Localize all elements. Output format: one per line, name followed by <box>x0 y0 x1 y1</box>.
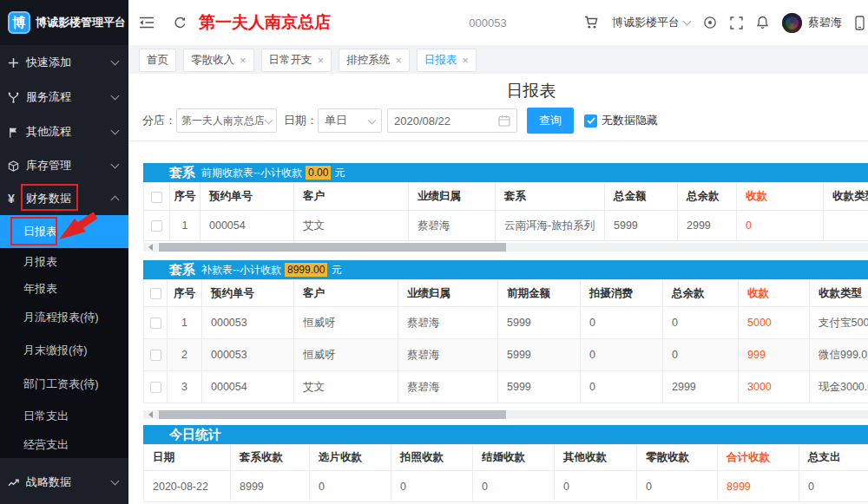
topbar: 第一夫人南京总店 000053 博诚影楼平台 <box>128 0 868 45</box>
table-cell: 0 <box>737 211 824 241</box>
branch-value: 第一夫人南京总店 <box>181 114 264 128</box>
annotation-box-daily-report <box>10 217 57 245</box>
platform-select[interactable]: 博诚影楼平台 <box>612 15 690 30</box>
tab-home[interactable]: 首页 <box>139 49 176 72</box>
hide-empty-checkbox[interactable] <box>584 115 597 128</box>
table-title-rest: 补款表--小计收款 <box>201 263 281 278</box>
select-all-checkbox[interactable] <box>151 192 162 203</box>
table-section-package-supplement: 套系补款表--小计收款8999.00元序号预约单号客户业绩归属前期金额拍摄消费总… <box>143 260 868 403</box>
sidebar-item-service-flow[interactable]: 服务流程 <box>0 80 128 115</box>
date-input[interactable]: 2020/08/22 <box>387 108 517 133</box>
table-cell: 0 <box>663 307 739 339</box>
column-header: 总支出 <box>799 445 868 471</box>
sidebar-subitem-yearly-report[interactable]: 年报表 <box>0 276 128 302</box>
column-header: 收款类型 <box>824 183 868 211</box>
select-all-checkbox[interactable] <box>150 288 161 299</box>
tab-label: 日常开支 <box>269 53 312 68</box>
table-cell: 2999 <box>663 371 739 403</box>
column-header: 收款类型 <box>810 280 868 307</box>
sidebar-subitem-label: 日常支出 <box>23 409 69 424</box>
scrollbar-thumb[interactable] <box>159 410 506 419</box>
tab-scattered-income[interactable]: 零散收入× <box>183 49 254 72</box>
chevron-up-icon <box>111 196 120 205</box>
table-cell: 0 <box>581 307 663 339</box>
app-logo: 博 博诚影楼管理平台 <box>0 0 128 45</box>
table-cell: 0 <box>391 471 473 502</box>
sidebar-subitem-label: 部门工资表(待) <box>23 376 99 392</box>
row-checkbox[interactable] <box>150 350 161 361</box>
column-header: 业绩归属 <box>409 183 496 211</box>
tab-scheduling[interactable]: 排控系统× <box>339 49 410 72</box>
sidebar-subitem-department-salary[interactable]: 部门工资表(待) <box>0 368 128 401</box>
trend-icon <box>8 477 22 488</box>
row-checkbox[interactable] <box>150 382 161 393</box>
table-row: 1000053恒威呀蔡碧海5999005000支付宝5000 <box>144 307 868 339</box>
amount-unit: 元 <box>331 263 341 278</box>
date-mode-select[interactable]: 单日 <box>318 108 382 133</box>
hide-empty-label: 无数据隐藏 <box>602 113 658 128</box>
cart-icon[interactable] <box>584 16 599 29</box>
tab-label: 排控系统 <box>346 53 390 68</box>
close-icon[interactable]: × <box>318 55 325 66</box>
close-icon[interactable]: × <box>240 55 247 66</box>
table-cell: 云南洱海-旅拍系列 <box>496 211 605 241</box>
column-header: 序号 <box>168 280 202 307</box>
horizontal-scrollbar[interactable] <box>143 410 868 419</box>
page-content: 日报表 分店： 第一夫人南京总店 日期： 单日 2020/08/22 查询 <box>128 74 868 504</box>
close-icon[interactable]: × <box>395 55 402 66</box>
user-menu[interactable]: 蔡碧海 <box>782 13 842 33</box>
tab-daily-report[interactable]: 日报表× <box>417 49 477 72</box>
sidebar-item-label: 战略数据 <box>26 475 112 490</box>
branch-label: 分店： <box>142 113 176 128</box>
fullscreen-icon[interactable] <box>730 16 743 29</box>
main-pane: 第一夫人南京总店 000053 博诚影楼平台 <box>128 0 868 504</box>
subtotal-amount: 8999.00 <box>285 263 327 277</box>
sidebar-item-other-flow[interactable]: 其他流程 <box>0 115 128 149</box>
sidebar-subitem-monthly-report[interactable]: 月报表 <box>0 248 128 276</box>
refresh-icon[interactable] <box>174 16 187 29</box>
tab-daily-expense[interactable]: 日常开支× <box>261 49 332 72</box>
sidebar-subitem-daily-expense[interactable]: 日常支出 <box>0 401 128 432</box>
sidebar-item-strategy[interactable]: 战略数据 <box>0 465 128 500</box>
table-cell: 1 <box>170 211 201 241</box>
bell-icon[interactable] <box>756 16 769 29</box>
sidebar-subitem-operating-expense[interactable]: 经营支出 <box>0 432 128 458</box>
column-header: 日期 <box>144 445 231 471</box>
search-button[interactable]: 查询 <box>527 108 574 134</box>
horizontal-scrollbar[interactable] <box>143 243 868 252</box>
table-cell: 3 <box>168 371 202 403</box>
table-cell: 5999 <box>498 339 581 371</box>
record-icon[interactable] <box>703 16 717 29</box>
topbar-actions: 博诚影楼平台 蔡碧海 <box>584 13 865 33</box>
table-cell: 2020-08-22 <box>144 471 231 502</box>
sidebar-item-inventory[interactable]: 库存管理 <box>0 149 128 182</box>
branch-select[interactable]: 第一夫人南京总店 <box>176 108 277 133</box>
scrollbar-thumb[interactable] <box>159 243 506 252</box>
table-section-package-advance: 套系前期收款表--小计收款0.00元序号预约单号客户业绩归属套系总金额总余款收款… <box>143 163 868 241</box>
column-header: 其他收款 <box>555 445 637 471</box>
column-header: 收款 <box>739 280 810 307</box>
table-cell: 1 <box>168 307 202 339</box>
scroll-left-arrow[interactable] <box>145 244 153 251</box>
amount-unit: 元 <box>334 166 345 180</box>
table-cell: 5999 <box>605 211 678 241</box>
table-title-strong: 今日统计 <box>169 427 221 443</box>
row-checkbox[interactable] <box>150 317 161 329</box>
order-number: 000053 <box>331 16 584 29</box>
table-cell: 000053 <box>202 307 294 339</box>
collapse-menu-icon[interactable] <box>139 16 155 29</box>
filter-bar: 分店： 第一夫人南京总店 日期： 单日 2020/08/22 查询 <box>142 108 868 134</box>
column-header: 套系收款 <box>231 445 310 471</box>
chevron-down-icon <box>111 57 120 66</box>
column-header: 合计收款 <box>718 445 799 471</box>
sidebar-subitem-month-end-report[interactable]: 月末缴报(待) <box>0 333 128 368</box>
plus-icon <box>8 57 22 69</box>
sidebar-item-quick-add[interactable]: 快速添加 <box>0 45 128 80</box>
sidebar-subitem-monthly-flow-report[interactable]: 月流程报表(待) <box>0 302 128 333</box>
table-row: 2000053恒威呀蔡碧海599900999微信999.0 <box>144 339 868 371</box>
row-checkbox[interactable] <box>151 220 162 232</box>
close-icon[interactable]: × <box>462 55 469 66</box>
phone-icon[interactable] <box>855 16 865 30</box>
tabbar: 首页零散收入×日常开支×排控系统×日报表× <box>128 45 868 74</box>
scroll-left-arrow[interactable] <box>145 411 153 418</box>
